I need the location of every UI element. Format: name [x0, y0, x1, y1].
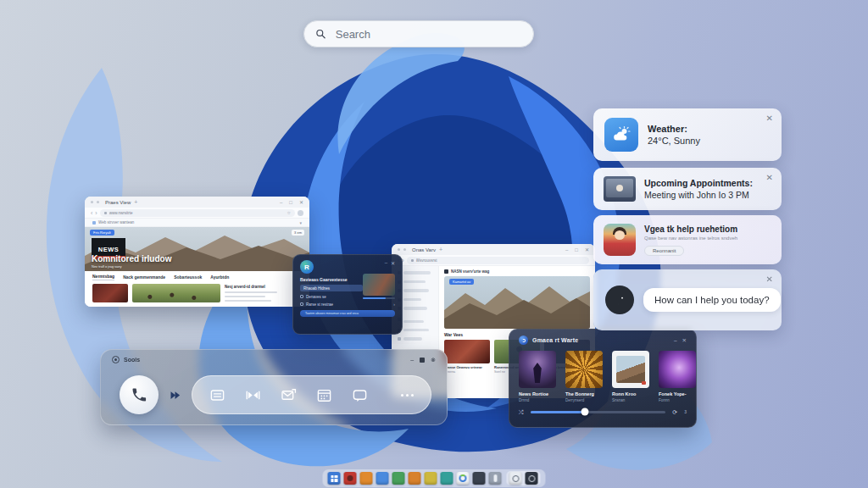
app-logo-icon [112, 356, 120, 363]
browser-tab[interactable]: Praes View [105, 200, 131, 205]
menu-icon [300, 295, 303, 298]
hero-tag[interactable]: Frts Reryalt [90, 230, 114, 236]
minimize-button[interactable]: – [565, 247, 568, 252]
album-tile[interactable]: Ronn Kroo Snsnan [612, 351, 649, 402]
close-icon[interactable]: ✕ [766, 114, 773, 123]
taskbar-icon-app-ring[interactable] [509, 472, 522, 485]
close-icon[interactable]: ✕ [766, 275, 773, 284]
album-tile[interactable]: News Rortioe Drnnd [519, 351, 556, 402]
taskbar-icon-app-yellow[interactable] [425, 472, 437, 485]
lock-icon [104, 212, 107, 214]
suggestion-action-button[interactable]: Reonnanit [644, 246, 684, 256]
channel-row[interactable]: NASN vserv'urte wag [444, 269, 590, 274]
taskbar-icon-app-teal[interactable] [441, 472, 453, 485]
nav-link[interactable]: Ayurbtdn [210, 274, 229, 280]
chat-icon[interactable] [352, 387, 368, 403]
sidebar-item[interactable] [398, 298, 432, 302]
profile-avatar[interactable] [298, 210, 303, 216]
taskbar-icon-app-red[interactable] [344, 472, 357, 485]
minimize-button[interactable]: – [280, 200, 282, 205]
crescent-icon [613, 293, 626, 307]
menu-item[interactable]: Rarse st restrae › [300, 302, 395, 307]
taskbar-icon-start[interactable] [328, 472, 341, 485]
address-bar[interactable]: Wsvrouvsrst [407, 257, 589, 264]
more-options-button[interactable] [401, 394, 414, 396]
news-hero-image: Frts Reryalt 3 em NEWS Komnitored irludo… [85, 227, 309, 271]
taskbar-icon-app-gray[interactable] [489, 472, 502, 485]
minimize-button[interactable]: – [674, 337, 677, 344]
close-button[interactable]: ✕ [299, 200, 303, 205]
taskbar-icon-app-dark-ring[interactable] [526, 472, 538, 485]
close-button[interactable]: ⊗ [431, 357, 436, 363]
search-bar[interactable] [303, 20, 534, 47]
media-app-icon [519, 336, 528, 345]
sidebar-item[interactable] [398, 307, 432, 310]
video-icon[interactable] [245, 387, 261, 403]
calendar-icon[interactable] [316, 387, 332, 403]
channel-label: NASN vserv'urte wag [451, 269, 489, 274]
sidebar-item[interactable] [398, 289, 432, 292]
sidebar-item[interactable] [398, 316, 432, 324]
assistant-message[interactable]: How can I help you today? [643, 288, 781, 312]
bookmark-star-icon[interactable]: ☆ [287, 210, 291, 215]
selected-menu-item[interactable]: Rhaoab Hidnes [300, 285, 363, 291]
sidebar-item[interactable] [398, 329, 432, 332]
desktop: Praes View + – □ ✕ ‹ › www.nwrsitrte ☆ W… [0, 0, 868, 488]
sidebar-item[interactable] [398, 280, 432, 284]
address-bar[interactable]: www.nwrsitrte ☆ [100, 209, 295, 217]
close-icon[interactable]: ✕ [766, 174, 773, 182]
featured-video[interactable]: Kamartst av [444, 276, 590, 329]
back-button[interactable]: ‹ [91, 210, 92, 216]
video-preview[interactable] [363, 274, 395, 296]
maximize-button[interactable]: □ [289, 200, 292, 205]
minimize-button[interactable]: – [385, 260, 387, 266]
search-input[interactable] [334, 27, 522, 42]
shuffle-icon[interactable]: ⤮ [519, 409, 524, 415]
album-tile[interactable]: The Bonnerg Derrynserd [565, 351, 603, 402]
nav-link[interactable]: Sobarteussok [174, 274, 202, 280]
taskbar-icon-app-green[interactable] [392, 472, 405, 485]
sidebar-item[interactable] [398, 337, 432, 341]
section-label[interactable]: Nermtsbag [92, 274, 114, 280]
video-progress[interactable] [363, 297, 395, 299]
taskbar-icon-app-orange[interactable] [409, 472, 421, 485]
new-tab-button[interactable]: + [439, 247, 442, 252]
call-button[interactable] [120, 375, 159, 414]
widget-title: Upcoming Appointments: [644, 178, 753, 188]
primary-action-button[interactable]: Tawtrm abuses mevamae crau aed snca [300, 310, 395, 317]
taskbar-icon-app-dark[interactable] [473, 472, 486, 485]
window-dot [403, 248, 406, 251]
lock-icon [411, 259, 414, 262]
bookmark-label[interactable]: Web strvver wantean [98, 220, 134, 225]
caret-icon[interactable]: ▾ [299, 220, 302, 225]
list-card-icon[interactable] [209, 387, 225, 403]
browser-tab[interactable]: Onas Varv [412, 247, 436, 252]
close-button[interactable]: ✕ [682, 337, 687, 344]
close-button[interactable]: ✕ [391, 260, 395, 266]
maximize-button[interactable]: □ [575, 247, 578, 252]
article-thumbnail[interactable] [92, 284, 128, 302]
article-teaser[interactable]: Nesj arverd-id drarmel [225, 284, 277, 303]
taskbar-icon-app-white[interactable] [457, 472, 470, 485]
sidebar-item[interactable] [398, 271, 432, 274]
maximize-button[interactable] [420, 358, 425, 363]
forward-arrow-icon[interactable] [169, 389, 181, 402]
repeat-icon[interactable]: ⟳ [672, 409, 677, 415]
playback-slider[interactable] [531, 411, 666, 413]
minimize-button[interactable]: – [410, 357, 414, 363]
article-title: Nesj arverd-id drarmel [225, 285, 277, 289]
album-tile[interactable]: Fonek Yope- Fonnn [659, 351, 696, 402]
mail-icon[interactable] [281, 387, 297, 403]
video-card[interactable]: Rmnse Oewnvu vrtnear Ksnerna [444, 340, 490, 374]
nav-link[interactable]: Nack gemmenmande [123, 274, 165, 280]
taskbar-icon-app-orange-basket[interactable] [360, 472, 373, 485]
phone-icon [131, 386, 147, 403]
forward-button[interactable]: › [95, 210, 97, 216]
taskbar-tray-group [507, 471, 541, 485]
channel-icon [444, 269, 448, 274]
slider-knob[interactable] [581, 408, 588, 416]
close-button[interactable]: ✕ [585, 247, 589, 252]
new-tab-button[interactable]: + [134, 199, 137, 205]
taskbar-icon-app-blue[interactable] [376, 472, 389, 485]
article-thumbnail[interactable] [132, 284, 220, 302]
